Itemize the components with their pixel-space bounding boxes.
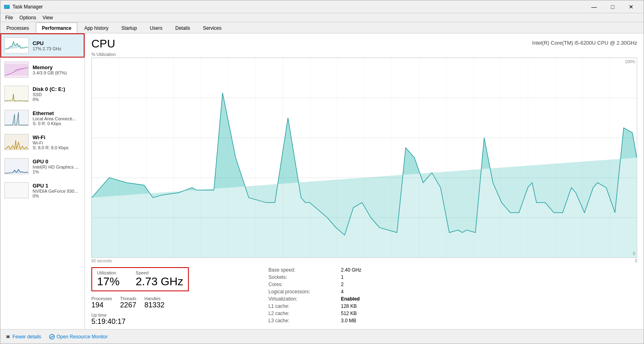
gpu1-sidebar-detail2: 0% (33, 194, 80, 198)
fewer-details-link[interactable]: Fewer details (5, 334, 41, 340)
tab-details[interactable]: Details (169, 23, 196, 33)
gpu1-sidebar-info: GPU 1 NVIDIA GeForce 930... 0% (33, 183, 80, 198)
sidebar-item-wifi[interactable]: Wi-Fi Wi-Fi S: 8.0 R: 8.0 Kbps (0, 130, 85, 154)
svg-point-16 (50, 334, 54, 339)
speed-value: 2.73 GHz (136, 275, 183, 288)
stat-label-cores: Cores: (268, 282, 341, 287)
uptime-label: Up time (91, 313, 260, 317)
title-bar-left: Task Manager (4, 4, 43, 10)
maximize-button[interactable]: □ (603, 0, 622, 13)
app-icon (4, 4, 10, 10)
gpu0-sidebar-info: GPU 0 Intel(R) HD Graphics ... 1% (33, 159, 80, 174)
utilization-value: 17% (97, 275, 120, 288)
processes-group: Processes 194 (91, 296, 112, 309)
memory-sidebar-info: Memory 3.4/3.9 GB (87%) (33, 64, 80, 75)
fewer-details-icon (5, 334, 11, 340)
tab-startup[interactable]: Startup (115, 23, 143, 33)
ethernet-sidebar-name: Ethernet (33, 110, 80, 116)
stat-label-l3: L3 cache: (268, 318, 341, 323)
cpu-model: Intel(R) Core(TM) i5-6200U CPU @ 2.30GHz (532, 40, 637, 46)
cpu-chart: 100% 0 (91, 58, 637, 258)
disk-sidebar-info: Disk 0 (C: E:) SSD 0% (33, 86, 80, 102)
main-header: CPU Intel(R) Core(TM) i5-6200U CPU @ 2.3… (91, 37, 637, 50)
sidebar-item-gpu0[interactable]: GPU 0 Intel(R) HD Graphics ... 1% (0, 154, 85, 178)
utilization-group: Utilization 17% (97, 270, 120, 288)
sidebar-item-ethernet[interactable]: Ethernet Local Area Connecti... S: 0 R: … (0, 106, 85, 130)
chart-time-left: 60 seconds (91, 259, 112, 263)
small-stats-row: Processes 194 Threads 2267 Handles 81332 (91, 296, 260, 309)
stats-row: Utilization 17% Speed 2.73 GHz Processes… (91, 267, 637, 326)
handles-label: Handles (144, 296, 165, 301)
tab-bar: Processes Performance App history Startu… (0, 22, 644, 33)
disk-sidebar-detail1: SSD (33, 92, 80, 97)
tab-processes[interactable]: Processes (0, 23, 35, 33)
svg-rect-7 (5, 183, 28, 198)
tab-performance[interactable]: Performance (36, 23, 77, 33)
stats-left: Utilization 17% Speed 2.73 GHz Processes… (91, 267, 260, 326)
minimize-button[interactable]: — (585, 0, 603, 13)
memory-sidebar-name: Memory (33, 64, 80, 70)
title-controls: — □ ✕ (585, 0, 640, 13)
main-panel: CPU Intel(R) Core(TM) i5-6200U CPU @ 2.3… (85, 33, 644, 329)
stat-value-virtualization: Enabled (341, 296, 637, 302)
tab-services[interactable]: Services (197, 23, 227, 33)
svg-rect-3 (5, 86, 28, 102)
threads-label: Threads (120, 296, 136, 301)
sidebar-item-gpu1[interactable]: GPU 1 NVIDIA GeForce 930... 0% (0, 178, 85, 202)
y-label-0: 0 (625, 251, 635, 256)
sidebar-item-cpu[interactable]: CPU 17% 2.73 GHz (0, 33, 85, 58)
speed-group: Speed 2.73 GHz (136, 270, 183, 288)
utilization-box: Utilization 17% Speed 2.73 GHz (91, 267, 189, 291)
stat-label-l2: L2 cache: (268, 311, 341, 316)
stat-label-sockets: Sockets: (268, 274, 341, 280)
menu-view[interactable]: View (39, 14, 56, 21)
sidebar-item-disk[interactable]: Disk 0 (C: E:) SSD 0% (0, 82, 85, 106)
disk-sidebar-name: Disk 0 (C: E:) (33, 86, 80, 92)
fewer-details-label: Fewer details (12, 334, 41, 340)
stat-value-basespeed: 2.40 GHz (341, 267, 637, 273)
menu-file[interactable]: File (2, 14, 16, 21)
chart-time-labels: 60 seconds 0 (91, 259, 637, 263)
bottom-bar: Fewer details Open Resource Monitor (0, 329, 644, 344)
title-bar: Task Manager — □ ✕ (0, 0, 644, 13)
ethernet-thumbnail (4, 110, 29, 126)
stat-value-l2: 512 KB (341, 311, 637, 316)
threads-group: Threads 2267 (120, 296, 136, 309)
open-resource-monitor-link[interactable]: Open Resource Monitor (49, 334, 107, 340)
handles-group: Handles 81332 (144, 296, 165, 309)
memory-sidebar-detail: 3.4/3.9 GB (87%) (33, 70, 80, 75)
gpu1-thumbnail (4, 182, 29, 198)
threads-value: 2267 (120, 301, 136, 309)
tab-users[interactable]: Users (144, 23, 168, 33)
speed-label: Speed (136, 270, 183, 275)
memory-thumbnail (4, 62, 29, 78)
close-button[interactable]: ✕ (622, 0, 640, 13)
svg-rect-6 (5, 159, 28, 174)
stat-label-virtualization: Virtualization: (268, 296, 341, 302)
chart-y-axis-label: % Utilization (91, 52, 637, 57)
cpu-thumbnail (4, 37, 29, 54)
main-content: CPU 17% 2.73 GHz Memory 3.4/3.9 GB (87%) (0, 33, 644, 329)
handles-value: 81332 (144, 301, 165, 309)
processes-value: 194 (91, 301, 112, 309)
uptime-value: 5:19:40:17 (91, 317, 260, 326)
gpu0-sidebar-detail1: Intel(R) HD Graphics ... (33, 165, 80, 169)
open-resource-monitor-label: Open Resource Monitor (56, 334, 107, 340)
sidebar-item-memory[interactable]: Memory 3.4/3.9 GB (87%) (0, 58, 85, 82)
stat-value-l3: 3.0 MB (341, 318, 637, 323)
wifi-sidebar-info: Wi-Fi Wi-Fi S: 8.0 R: 8.0 Kbps (33, 134, 80, 150)
menu-options[interactable]: Options (16, 14, 39, 21)
stats-right: Base speed: 2.40 GHz Sockets: 1 Cores: 2… (268, 267, 637, 326)
ethernet-sidebar-detail1: Local Area Connecti... (33, 116, 80, 121)
main-title: CPU (91, 37, 115, 50)
chart-time-right: 0 (635, 259, 637, 263)
utilization-label: Utilization (97, 270, 120, 275)
uptime-section: Up time 5:19:40:17 (91, 313, 260, 326)
wifi-sidebar-name: Wi-Fi (33, 134, 80, 140)
chart-y-labels: 100% 0 (625, 60, 635, 256)
task-manager-window: Task Manager — □ ✕ File Options View Pro… (0, 0, 644, 344)
tab-app-history[interactable]: App history (78, 23, 114, 33)
stat-value-sockets: 1 (341, 274, 637, 280)
wifi-sidebar-detail1: Wi-Fi (33, 140, 80, 145)
stat-label-l1: L1 cache: (268, 303, 341, 309)
